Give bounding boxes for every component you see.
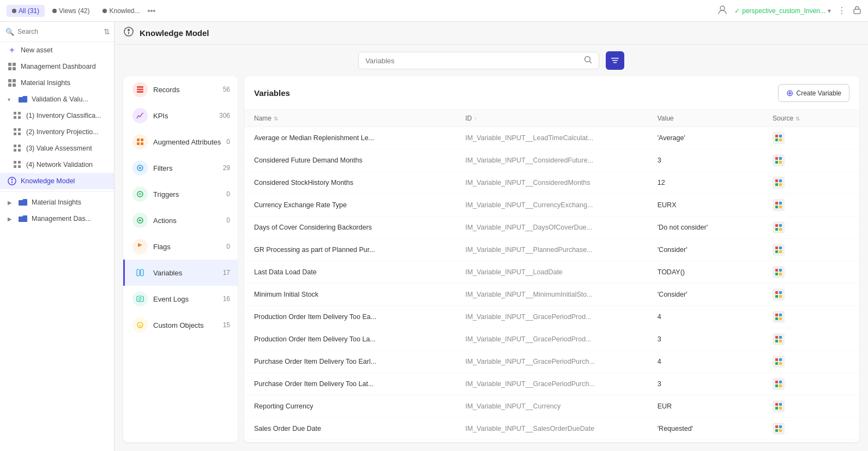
table-row[interactable]: Average or Median Replenishment Le... IM… (244, 127, 859, 149)
table-row[interactable]: Sales Order Item Delivery Too Early B...… (244, 440, 859, 442)
row-source-icon-12 (773, 400, 785, 412)
sidebar-item-management-dashboard[interactable]: Management Dashboard (0, 58, 114, 75)
table-row[interactable]: Reporting Currency IM_Variable_INPUT__Cu… (244, 395, 859, 418)
table-row[interactable]: Considered Future Demand Months IM_Varia… (244, 149, 859, 172)
tab-knowledge[interactable]: Knowled... (97, 5, 145, 17)
sidebar-sort-icon[interactable]: ⇅ (103, 26, 111, 37)
sidebar-item-inv-proj[interactable]: (2) Inventory Projectio... (0, 124, 114, 140)
category-records[interactable]: Records 56 (123, 76, 238, 103)
col-header-name[interactable]: Name ⇅ (254, 115, 465, 122)
svg-rect-37 (137, 86, 143, 88)
svg-rect-81 (775, 269, 778, 272)
row-value-1: 3 (658, 157, 773, 164)
table-row[interactable]: Sales Order Due Date IM_Variable_INPUT__… (244, 418, 859, 440)
svg-rect-73 (775, 224, 778, 227)
category-augmented[interactable]: Augmented Attributes 0 (123, 129, 238, 155)
inv-proj-icon (13, 128, 22, 136)
table-row[interactable]: Last Data Load Date IM_Variable_INPUT__L… (244, 261, 859, 284)
svg-rect-40 (137, 139, 140, 141)
row-value-10: 4 (658, 358, 773, 365)
inv-class-icon (13, 111, 22, 120)
km-header: Knowledge Model (114, 22, 868, 45)
category-kpis[interactable]: KPIs 306 (123, 103, 238, 129)
row-source-icon-6 (773, 266, 785, 278)
table-row[interactable]: Currency Exchange Rate Type IM_Variable_… (244, 194, 859, 217)
category-actions[interactable]: Actions 0 (123, 207, 238, 233)
perspective-badge[interactable]: ✓ perspective_custom_Inven... ▾ (734, 7, 831, 15)
svg-rect-107 (775, 407, 778, 410)
table-row[interactable]: Considered StockHistory Months IM_Variab… (244, 172, 859, 194)
row-id-11: IM_Variable_INPUT__GracePeriodPurch... (465, 380, 657, 388)
table-row[interactable]: Purchase Order Item Delivery Too Lat... … (244, 373, 859, 395)
table-row[interactable]: GR Processing as part of Planned Pur... … (244, 239, 859, 261)
svg-rect-2 (8, 63, 11, 66)
table-row[interactable]: Minimum Initial Stock IM_Variable_INPUT_… (244, 284, 859, 306)
triggers-count: 0 (226, 190, 230, 198)
svg-rect-49 (137, 269, 140, 276)
table-row[interactable]: Days of Cover Considering Backorders IM_… (244, 217, 859, 239)
filter-toggle-button[interactable] (606, 51, 624, 70)
row-value-0: 'Average' (658, 134, 773, 142)
row-source-5 (773, 244, 849, 256)
sidebar-item-inv-class[interactable]: (1) Inventory Classifica... (0, 107, 114, 124)
search-submit-button[interactable] (584, 56, 592, 65)
sidebar-item-management-das[interactable]: ▶ Management Das... (0, 211, 114, 227)
row-id-10: IM_Variable_INPUT__GracePeriodPurch... (465, 358, 657, 365)
row-value-3: EURX (658, 201, 773, 209)
tab-views[interactable]: Views (42) (47, 5, 95, 17)
row-source-6 (773, 266, 849, 278)
categories-panel: Records 56 KPIs 306 Augmented Attributes… (123, 76, 238, 442)
event-logs-icon (132, 291, 148, 306)
category-triggers[interactable]: Triggers 0 (123, 181, 238, 207)
svg-point-32 (584, 57, 590, 62)
row-name-7: Minimum Initial Stock (254, 291, 465, 298)
table-row[interactable]: Purchase Order Item Delivery Too Earl...… (244, 351, 859, 373)
svg-rect-10 (14, 112, 16, 115)
lock-icon[interactable] (853, 5, 861, 16)
table-row[interactable]: Production Order Item Delivery Too La...… (244, 328, 859, 351)
sidebar-search-icon: 🔍 (5, 28, 14, 36)
augmented-count: 0 (226, 138, 230, 146)
col-id-label: ID (465, 115, 472, 122)
category-variables[interactable]: Variables 17 (123, 260, 238, 286)
topbar: All (31) Views (42) Knowled... ••• ✓ per… (0, 0, 868, 22)
row-source-2 (773, 177, 849, 189)
km-title: Knowledge Model (140, 28, 209, 38)
row-source-icon-11 (773, 378, 785, 390)
row-name-11: Purchase Order Item Delivery Too Lat... (254, 380, 465, 388)
main-search-input[interactable] (365, 57, 579, 65)
category-flags[interactable]: Flags 0 (123, 233, 238, 260)
row-name-4: Days of Cover Considering Backorders (254, 224, 465, 231)
sidebar-item-new-asset[interactable]: + New asset (0, 42, 114, 58)
sidebar-item-material-insights-2[interactable]: ▶ Material Insights (0, 194, 114, 211)
svg-rect-88 (779, 295, 782, 298)
tabs-more-button[interactable]: ••• (148, 7, 156, 15)
create-variable-button[interactable]: ⊕ Create Variable (778, 84, 850, 102)
category-event-logs[interactable]: Event Logs 16 (123, 286, 238, 312)
more-options-icon[interactable]: ⋮ (837, 5, 846, 16)
svg-rect-11 (18, 112, 21, 115)
row-id-9: IM_Variable_INPUT__GracePeriodProd... (465, 335, 657, 343)
svg-rect-6 (8, 79, 11, 82)
svg-rect-39 (137, 91, 143, 93)
sidebar-item-value-assessment[interactable]: (3) Value Assessment (0, 140, 114, 157)
row-source-10 (773, 356, 849, 368)
svg-rect-7 (13, 79, 16, 82)
user-icon[interactable] (717, 4, 728, 17)
category-custom-objects[interactable]: $ Custom Objects 15 (123, 312, 238, 338)
sidebar-item-material-insights[interactable]: Material Insights (0, 75, 114, 91)
sidebar-item-validation-valu[interactable]: ▾ Validation & Valu... (0, 91, 114, 107)
svg-rect-41 (141, 139, 143, 141)
tab-all[interactable]: All (31) (7, 5, 45, 17)
sidebar-item-knowledge-model[interactable]: Knowledge Model (0, 173, 114, 189)
sidebar-item-network-validation[interactable]: (4) Network Validation (0, 157, 114, 173)
svg-rect-91 (775, 317, 778, 320)
category-filters[interactable]: Filters 29 (123, 155, 238, 181)
svg-rect-18 (14, 145, 16, 147)
col-header-id[interactable]: ID ↑ (465, 115, 657, 122)
table-row[interactable]: Production Order Item Delivery Too Ea...… (244, 306, 859, 328)
col-header-source[interactable]: Source ⇅ (773, 115, 849, 122)
svg-rect-34 (611, 58, 619, 59)
sidebar-search-input[interactable] (17, 28, 99, 35)
tab-knowledge-label: Knowled... (109, 7, 140, 15)
